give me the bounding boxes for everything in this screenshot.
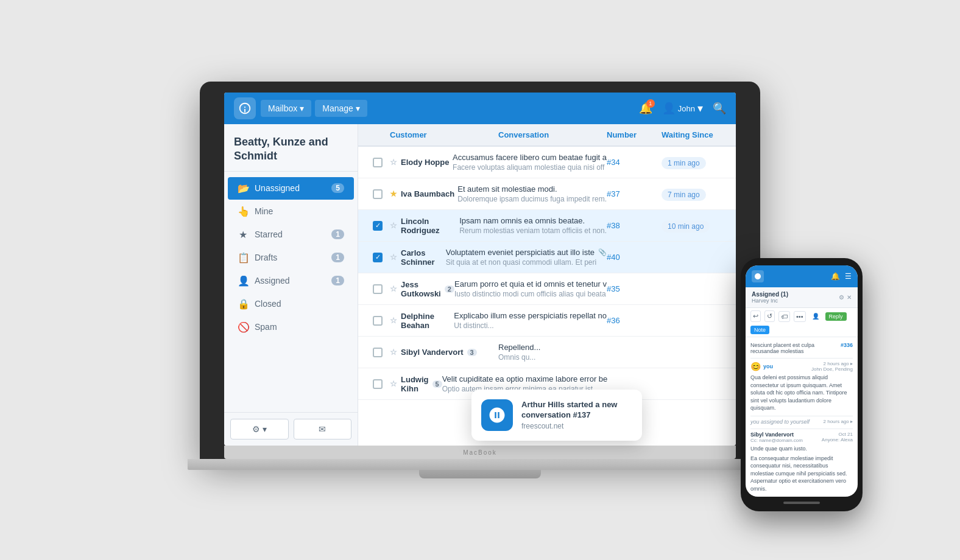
wait-cell: 1 min ago [662,157,729,168]
notification-button[interactable]: 🔔 1 [639,102,652,115]
conv-summary: Nesciunt placent est culpa recusandae mo… [750,342,853,354]
app-header: Mailbox ▾ Manage ▾ 🔔 1 👤 [224,93,736,124]
customer-name-text: Iva Baumbach [401,189,454,198]
list-header: Customer Conversation Number Waiting Sin… [358,124,736,147]
customer-count: 3 [467,349,477,356]
star-empty-icon[interactable]: ☆ [390,316,397,325]
customer-count: 5 [432,380,442,388]
star-empty-icon[interactable]: ☆ [390,348,397,357]
star-empty-icon[interactable]: ☆ [390,284,397,293]
conversation-cell: Repellend... Omnis qu... [498,343,607,362]
phone-msg-header-3: Sibyl Vandervort Cc: name@domain.com Oct… [750,432,853,443]
row-checkbox[interactable]: ✓ [365,221,390,231]
conversation-cell: Et autem sit molestiae modi. Doloremque … [457,184,607,203]
table-row[interactable]: ☆ Jess Gutkowski 2 Earum porro et quia e… [358,273,736,305]
row-checkbox[interactable] [365,379,390,389]
table-row[interactable]: ✓ ☆ Carlos Schinner Voluptatem even [358,242,736,273]
phone-message-2: you assigned to yourself 2 hours ago ▸ [750,419,853,425]
search-button[interactable]: 🔍 [713,102,726,115]
customer-cell: ☆ Carlos Schinner [390,248,446,267]
subject-text: Ipsam nam omnis ea omnis beatae. [459,216,607,225]
row-checkbox[interactable] [365,158,390,167]
conversation-cell: Explicabo illum esse perspiciatis repell… [454,311,607,330]
hand-icon: 👆 [238,206,249,217]
row-checkbox[interactable] [365,189,390,199]
phone-conversation: Nesciunt placent est culpa recusandae mo… [746,337,858,497]
table-row[interactable]: ★ Iva Baumbach Et autem sit molestiae mo… [358,178,736,210]
sidebar-item-mine[interactable]: 👆 Mine [228,200,354,223]
more-icon[interactable]: ••• [794,311,806,322]
sidebar-item-starred[interactable]: ★ Starred 1 [228,223,354,246]
star-filled-icon[interactable]: ★ [390,189,397,198]
customer-name-text: Lincoln Rodriguez [401,217,459,235]
person-icon: 👤 [238,275,249,287]
snippet-text: Ut distincti... [454,321,607,330]
refresh-icon[interactable]: ↺ [764,310,775,322]
settings-icon: ⚙ [252,424,260,434]
sibyl-email: Cc: name@domain.com [750,438,803,443]
unassigned-count: 5 [331,183,344,193]
reply-icon[interactable]: ↩ [750,310,761,322]
user-menu-button[interactable]: 👤 John ▾ [662,102,703,115]
conversation-cell: Accusamus facere libero cum beatae fugit… [453,153,607,172]
phone-sub-header: Assigned (1) Harvey Inc ⚙ ✕ [746,287,858,308]
row-checkbox[interactable] [365,348,390,357]
table-row[interactable]: ☆ Elody Hoppe Accusamus facere libero cu… [358,147,736,178]
table-row[interactable]: ☆ Sibyl Vandervort 3 Repellend... Omnis … [358,337,736,368]
checkbox-input[interactable] [373,158,383,167]
manage-label: Manage [322,103,353,113]
phone-divider-2 [750,416,853,416]
phone-settings-icon: ⚙ [839,294,844,301]
manage-nav-button[interactable]: Manage ▾ [315,100,367,117]
popup-text: Arthur Hills started a new conversation … [521,400,632,431]
number-cell: #36 [607,316,662,325]
star-nav-icon: ★ [238,229,249,240]
table-row[interactable]: ✓ ☆ Lincoln Rodriguez Ipsam nam omnis ea… [358,210,736,242]
checkbox-input[interactable] [373,284,383,294]
number-cell: #38 [607,221,662,230]
note-btn[interactable]: Note [750,326,769,334]
company-name: Beatty, Kunze and Schmidt [224,124,358,172]
row-checkbox[interactable] [365,284,390,294]
draft-icon: 📋 [238,252,249,264]
phone-sub-actions: ⚙ ✕ [839,294,852,301]
customer-cell: ☆ Jess Gutkowski 2 [390,280,454,298]
compose-icon: ✉ [319,424,326,434]
settings-button[interactable]: ⚙ ▾ [230,419,289,439]
customer-name-text: Jess Gutkowski [401,280,441,298]
popup-subtitle: freescout.net [521,422,632,430]
sidebar-item-drafts[interactable]: 📋 Drafts 1 [228,247,354,269]
assign-icon[interactable]: 👤 [810,312,822,321]
row-checkbox[interactable]: ✓ [365,253,390,262]
popup-logo-icon [481,399,513,431]
checkbox-input[interactable] [373,189,383,199]
star-empty-icon[interactable]: ☆ [390,158,397,167]
mailbox-nav-button[interactable]: Mailbox ▾ [261,100,311,117]
sidebar-item-assigned[interactable]: 👤 Assigned 1 [228,270,354,292]
user-dropdown-icon: ▾ [697,102,703,115]
popup-title: Arthur Hills started a new conversation … [521,400,632,421]
checkbox-input[interactable]: ✓ [373,221,383,231]
checkbox-input[interactable]: ✓ [373,253,383,262]
star-empty-icon[interactable]: ☆ [390,221,397,230]
subject-text: Et autem sit molestiae modi. [457,184,607,194]
sidebar-item-unassigned[interactable]: 📂 Unassigned 5 [228,177,354,200]
row-checkbox[interactable] [365,316,390,326]
customer-name-text: Elody Hoppe [401,158,449,167]
table-row[interactable]: ☆ Delphine Beahan Explicabo illum esse p… [358,305,736,337]
mailbox-dropdown-icon: ▾ [300,103,304,113]
sidebar-item-spam[interactable]: 🚫 Spam [228,316,354,338]
compose-button[interactable]: ✉ [294,419,352,439]
reply-btn[interactable]: Reply [825,312,847,321]
sidebar-footer: ⚙ ▾ ✉ [224,412,358,446]
star-empty-icon[interactable]: ☆ [390,379,397,388]
sidebar-item-closed[interactable]: 🔒 Closed [228,293,354,315]
checkbox-input[interactable] [373,316,383,326]
search-icon: 🔍 [713,102,726,115]
checkbox-input[interactable] [373,348,383,357]
tag-icon[interactable]: 🏷 [778,311,790,322]
checkbox-input[interactable] [373,379,383,389]
attachment-icon: 📎 [598,248,607,256]
msg-time-1: 2 hours ago ▸ [811,361,853,366]
star-empty-icon[interactable]: ☆ [390,253,397,262]
